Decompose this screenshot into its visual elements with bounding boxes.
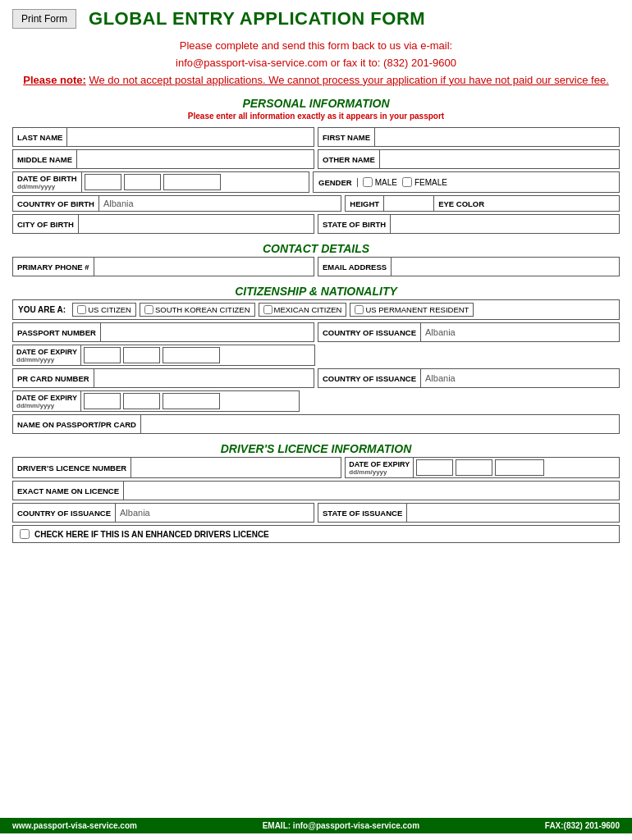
print-button[interactable]: Print Form: [12, 9, 76, 29]
state-birth-group: STATE OF BIRTH: [318, 214, 620, 234]
dob-label: DATE OF BIRTH dd/mm/yyyy: [13, 172, 82, 192]
footer-email: EMAIL: info@passport-visa-service.com: [263, 821, 419, 830]
sk-citizen-option[interactable]: SOUTH KOREAN CITIZEN: [140, 303, 255, 317]
name-passport-group: NAME ON PASSPORT/PR CARD: [12, 414, 620, 434]
licence-num-row: DRIVER'S LICENCE NUMBER DATE OF EXPIRY d…: [12, 457, 620, 478]
last-name-label: LAST NAME: [13, 128, 67, 146]
pr-card-num-input[interactable]: [94, 369, 314, 387]
mx-citizen-checkbox[interactable]: [263, 305, 272, 314]
mx-citizen-label: MEXICAN CITIZEN: [274, 305, 342, 314]
pr-expiry-inputs: [81, 391, 222, 411]
licence-num-input[interactable]: [131, 458, 341, 477]
first-name-group: FIRST NAME: [318, 127, 620, 147]
passport-country-label: COUNTRY OF ISSUANCE: [318, 323, 421, 341]
dl-state-input[interactable]: [407, 504, 619, 522]
exact-name-input[interactable]: [124, 482, 619, 500]
pr-country-label: COUNTRY OF ISSUANCE: [318, 369, 421, 387]
sk-citizen-label: SOUTH KOREAN CITIZEN: [155, 305, 250, 314]
enhanced-label: CHECK HERE IF THIS IS AN ENHANCED DRIVER…: [34, 530, 269, 539]
dob-month-input[interactable]: [124, 174, 161, 190]
name-passport-input[interactable]: [141, 415, 619, 433]
last-name-input[interactable]: [67, 128, 314, 146]
dob-gender-row: DATE OF BIRTH dd/mm/yyyy GENDER MALE FE: [12, 171, 620, 193]
dl-country-state-row: COUNTRY OF ISSUANCE Albania STATE OF ISS…: [12, 503, 620, 523]
passport-row: PASSPORT NUMBER COUNTRY OF ISSUANCE Alba…: [12, 322, 620, 342]
pr-expiry-label: DATE OF EXPIRY dd/mm/yyyy: [13, 391, 81, 411]
us-citizen-checkbox[interactable]: [77, 305, 86, 314]
passport-num-input[interactable]: [101, 323, 314, 341]
enhanced-checkbox[interactable]: [20, 529, 30, 539]
licence-exp-day[interactable]: [416, 459, 453, 476]
mx-citizen-option[interactable]: MEXICAN CITIZEN: [259, 303, 347, 317]
first-name-input[interactable]: [375, 128, 619, 146]
dl-country-label: COUNTRY OF ISSUANCE: [13, 504, 116, 522]
phone-input[interactable]: [94, 258, 314, 276]
pr-card-num-label: PR CARD NUMBER: [13, 369, 94, 387]
exact-name-group: EXACT NAME ON LICENCE: [12, 481, 620, 500]
please-note-label: Please note:: [23, 74, 86, 86]
us-citizen-label: US CITIZEN: [88, 305, 131, 314]
intro-line2: info@passport-visa-service.com or fax it…: [12, 55, 620, 72]
last-name-group: LAST NAME: [12, 127, 314, 147]
licence-expiry-group: DATE OF EXPIRY dd/mm/yyyy: [345, 457, 620, 478]
middle-name-input[interactable]: [77, 150, 314, 168]
gender-group: GENDER MALE FEMALE: [313, 171, 620, 193]
pr-country-value: Albania: [421, 369, 619, 387]
female-option[interactable]: FEMALE: [402, 177, 447, 187]
eye-color-input[interactable]: [488, 196, 529, 211]
passport-exp-year[interactable]: [163, 347, 220, 363]
footer: www.passport-visa-service.com EMAIL: inf…: [0, 818, 632, 833]
dl-country-group: COUNTRY OF ISSUANCE Albania: [12, 503, 314, 523]
sk-citizen-checkbox[interactable]: [144, 305, 153, 314]
state-birth-input[interactable]: [391, 215, 619, 233]
pr-checkbox[interactable]: [355, 305, 364, 314]
contact-section: PRIMARY PHONE # EMAIL ADDRESS: [12, 257, 620, 276]
female-checkbox[interactable]: [402, 177, 412, 187]
passport-expiry-label: DATE OF EXPIRY dd/mm/yyyy: [13, 345, 81, 365]
dob-group: DATE OF BIRTH dd/mm/yyyy: [12, 171, 309, 193]
pr-label: US PERMANENT RESIDENT: [365, 305, 469, 314]
pr-exp-month[interactable]: [123, 393, 160, 409]
intro-section: Please complete and send this form back …: [12, 38, 620, 89]
pr-option[interactable]: US PERMANENT RESIDENT: [350, 303, 474, 317]
intro-note: Please note: We do not accept postal app…: [12, 72, 620, 89]
name-passport-row: NAME ON PASSPORT/PR CARD: [12, 414, 620, 434]
dob-day-input[interactable]: [85, 174, 121, 190]
pr-expiry-group: DATE OF EXPIRY dd/mm/yyyy: [12, 390, 300, 412]
please-note-text: We do not accept postal applications. We…: [89, 74, 608, 86]
city-birth-input[interactable]: [79, 215, 314, 233]
you-are-label: YOU ARE A:: [18, 305, 66, 314]
email-label: EMAIL ADDRESS: [318, 258, 392, 276]
personal-info-section: LAST NAME FIRST NAME MIDDLE NAME OTHER N…: [12, 127, 620, 234]
male-checkbox[interactable]: [363, 177, 373, 187]
name-passport-label: NAME ON PASSPORT/PR CARD: [13, 415, 141, 433]
middle-name-group: MIDDLE NAME: [12, 149, 314, 169]
gender-label: GENDER: [318, 178, 358, 187]
drivers-section: DRIVER'S LICENCE NUMBER DATE OF EXPIRY d…: [12, 457, 620, 543]
passport-exp-day[interactable]: [84, 347, 121, 363]
licence-expiry-label: DATE OF EXPIRY dd/mm/yyyy: [346, 458, 414, 477]
passport-expiry-row: DATE OF EXPIRY dd/mm/yyyy: [12, 345, 620, 366]
us-citizen-option[interactable]: US CITIZEN: [72, 303, 136, 317]
dob-year-input[interactable]: [163, 174, 221, 190]
footer-fax: FAX:(832) 201-9600: [545, 821, 620, 830]
male-label: MALE: [375, 178, 397, 187]
licence-exp-year[interactable]: [495, 459, 544, 476]
state-birth-label: STATE OF BIRTH: [318, 215, 391, 233]
pr-exp-day[interactable]: [84, 393, 121, 409]
pr-card-num-group: PR CARD NUMBER: [12, 368, 314, 388]
email-input[interactable]: [392, 258, 619, 276]
phone-group: PRIMARY PHONE #: [12, 257, 314, 276]
other-name-input[interactable]: [380, 150, 619, 168]
passport-exp-month[interactable]: [123, 347, 160, 363]
personal-info-title: PERSONAL INFORMATION: [12, 97, 620, 110]
licence-exp-month[interactable]: [456, 459, 492, 476]
pr-exp-year[interactable]: [163, 393, 220, 409]
eye-color-label: EYE COLOR: [433, 196, 488, 211]
contact-row: PRIMARY PHONE # EMAIL ADDRESS: [12, 257, 620, 276]
height-input[interactable]: [384, 196, 433, 211]
intro-line1: Please complete and send this form back …: [12, 38, 620, 55]
male-option[interactable]: MALE: [363, 177, 397, 187]
middle-name-label: MIDDLE NAME: [13, 150, 77, 168]
citizenship-section: YOU ARE A: US CITIZEN SOUTH KOREAN CITIZ…: [12, 299, 620, 434]
